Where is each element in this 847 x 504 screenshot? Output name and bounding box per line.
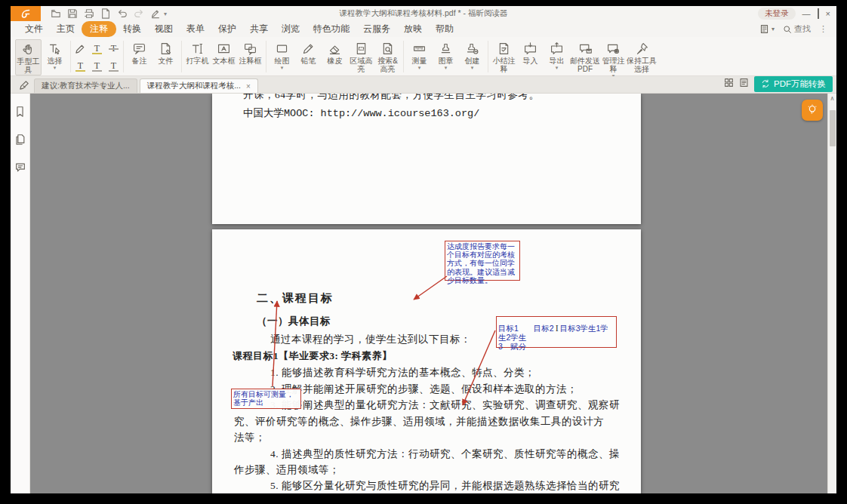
restore-button[interactable] [818, 8, 819, 19]
menu-present[interactable]: 放映 [397, 22, 429, 36]
sign-tool-icon[interactable] [149, 8, 161, 20]
menu-bar: 文件 主页 注释 转换 视图 表单 保护 共享 浏览 特色功能 云服务 放映 帮… [11, 21, 836, 37]
annotation-note-2[interactable]: 目标1目标2I目标3学生1学生2学生 3 赋分 [496, 316, 617, 348]
select-tool-button[interactable]: 选择 ▾ [42, 39, 68, 70]
menu-home[interactable]: 主页 [50, 22, 82, 36]
open-file-icon[interactable] [50, 8, 61, 20]
menu-cloud[interactable]: 云服务 [356, 22, 397, 36]
pencil-button[interactable]: 铅笔 [295, 39, 322, 65]
select-icon [48, 41, 62, 57]
menu-features[interactable]: 特色功能 [306, 22, 356, 36]
print-icon[interactable] [83, 8, 94, 20]
manage-comments-button[interactable]: 管理注释 ▾ [600, 39, 627, 78]
scroll-up-icon[interactable]: ∧ [828, 95, 836, 102]
reading-mode-button[interactable]: ▾ [759, 24, 775, 34]
vertical-scrollbar[interactable]: ∧ [827, 94, 836, 493]
page-icon[interactable] [100, 8, 111, 20]
find-button[interactable]: 查找 [783, 23, 811, 35]
menu-help[interactable]: 帮助 [429, 22, 460, 36]
menu-protect[interactable]: 保护 [211, 22, 243, 36]
menu-browse[interactable]: 浏览 [275, 22, 306, 36]
document-viewer[interactable]: 开课，64学时，与适用的教材配套，方便学生自主学习时参考。 中国大学MOOC: … [30, 94, 827, 493]
doc-tab-1[interactable]: 建议:教育技术学专业人... [34, 78, 137, 93]
file-attach-button[interactable]: 文件 [152, 39, 179, 65]
app-window: ▾ 课程教学大纲和课程考核材料.pdf * - 福昕阅读器 未登录 — × 文件… [11, 6, 836, 493]
caret-tool-button[interactable]: T [90, 57, 104, 75]
login-status-badge[interactable]: 未登录 [758, 8, 796, 20]
menu-convert[interactable]: 转换 [116, 22, 148, 36]
close-button[interactable]: × [826, 8, 830, 19]
doc-text-line: 究、评价研究等的概念、操作步骤、适用领域，并能描述数据收集工具的设计方 [234, 415, 604, 429]
typewriter-button[interactable]: 打字机 [184, 39, 211, 65]
doc-text-line: 通过本课程的学习，使学生达到以下目标： [270, 333, 471, 346]
highlight-tool-button[interactable] [73, 40, 88, 57]
document-tab-bar: 建议:教育技术学专业人... 课程教学大纲和课程考核... × PDF万能转换 [11, 76, 836, 94]
annotation-note-3[interactable]: 所有目标可测量，基于产出 [231, 389, 301, 409]
doc-text-line: 1. 能够描述教育科学研究方法的基本概念、特点、分类； [270, 366, 535, 380]
doc-tab-2[interactable]: 课程教学大纲和课程考核... × [140, 78, 258, 93]
pushpin-icon [635, 41, 649, 57]
find-label: 查找 [794, 23, 811, 35]
pages-panel-icon[interactable] [14, 134, 26, 149]
doc-text-line: 开课，64学时，与适用的教材配套，方便学生自主学习时参考。 [243, 94, 540, 102]
hand-tool-button[interactable]: 手型工具 [15, 39, 42, 75]
area-highlight-button[interactable]: 区域高亮 [348, 39, 374, 73]
squiggly-tool-button[interactable]: T [73, 57, 88, 75]
annotation-pen-icon[interactable] [14, 76, 34, 93]
underline-tool-button[interactable]: T [90, 40, 104, 57]
section-heading: 二、课程目标 [257, 291, 334, 306]
menu-view[interactable]: 视图 [148, 22, 180, 36]
stamp-button[interactable]: 图章 ▾ [433, 39, 459, 70]
bookmarks-panel-icon[interactable] [14, 106, 26, 121]
menu-form[interactable]: 表单 [180, 22, 211, 36]
redo-icon[interactable] [133, 8, 144, 20]
pencil-icon [301, 41, 316, 57]
tab-close-icon[interactable]: × [246, 82, 251, 91]
menu-share[interactable]: 共享 [243, 22, 275, 36]
export-comments-button[interactable]: 导出 ▾ [544, 39, 570, 70]
comments-panel-icon[interactable] [14, 161, 26, 176]
tips-lightbulb-button[interactable] [802, 100, 823, 121]
page-list-icon[interactable] [739, 77, 749, 91]
pdf-page-2: 二、课程目标 （一）具体目标 通过本课程的学习，使学生达到以下目标： 课程目标1… [212, 229, 641, 493]
title-bar: ▾ 课程教学大纲和课程考核材料.pdf * - 福昕阅读器 未登录 — × [11, 6, 836, 21]
create-stamp-button[interactable]: 创建 ▾ [459, 39, 485, 70]
pdf-page-1: 开课，64学时，与适用的教材配套，方便学生自主学习时参考。 中国大学MOOC: … [212, 94, 641, 224]
search-highlight-button[interactable]: 搜索&高亮 [374, 39, 401, 73]
doc-text-line: 3. 能够阐述典型的量化研究方法：文献研究、实验研究、调查研究、观察研 [270, 398, 620, 412]
import-comments-button[interactable]: 导入 [517, 39, 544, 65]
typewriter-icon [190, 41, 205, 57]
quick-access-caret-icon[interactable]: ▾ [164, 11, 167, 17]
pdf-convert-button[interactable]: PDF万能转换 [754, 76, 833, 92]
draw-button[interactable]: 绘图 ▾ [269, 39, 295, 70]
minimize-button[interactable]: — [802, 8, 811, 19]
grid-view-icon[interactable] [724, 77, 734, 91]
scrollbar-thumb[interactable] [830, 110, 836, 146]
note-button[interactable]: 备注 [126, 39, 152, 65]
doc-text-line: 2. 理解并能阐述开展研究的步骤、选题、假设和样本选取的方法； [270, 383, 578, 396]
navigation-sidebar [11, 94, 30, 493]
summary-comments-button[interactable]: 小结注释 [491, 39, 517, 73]
menu-file[interactable]: 文件 [18, 22, 50, 36]
measure-button[interactable]: 测量 ▾ [406, 39, 433, 70]
doc-text-line: 法等； [234, 431, 266, 444]
strikethrough-tool-button[interactable]: T [106, 40, 121, 57]
manage-bubble-icon [606, 41, 621, 57]
annotation-note-1[interactable]: 达成度报告要求每一个目标有对应的考核方式，有每一位同学的表现。建议适当减少目标数… [445, 241, 520, 281]
import-bubble-icon [523, 41, 537, 57]
replace-tool-button[interactable]: T [106, 57, 121, 75]
callout-button[interactable]: 注释框 [237, 39, 263, 65]
textbox-button[interactable]: 文本框 [211, 39, 237, 65]
note-bubble-icon [132, 41, 146, 57]
save-icon[interactable] [66, 8, 78, 20]
email-pdf-button[interactable]: 邮件发送PDF [570, 39, 600, 73]
area-highlight-icon [354, 41, 368, 57]
more-options-icon[interactable]: ⋮ [819, 24, 827, 34]
eraser-button[interactable]: 橡皮 [322, 39, 348, 65]
eraser-icon [328, 41, 342, 57]
hand-icon [21, 41, 35, 57]
search-highlight-icon [380, 41, 395, 57]
menu-comment[interactable]: 注释 [82, 21, 116, 37]
keep-tool-selected-button[interactable]: 保持工具选择 [627, 39, 657, 73]
undo-icon[interactable] [116, 8, 128, 20]
